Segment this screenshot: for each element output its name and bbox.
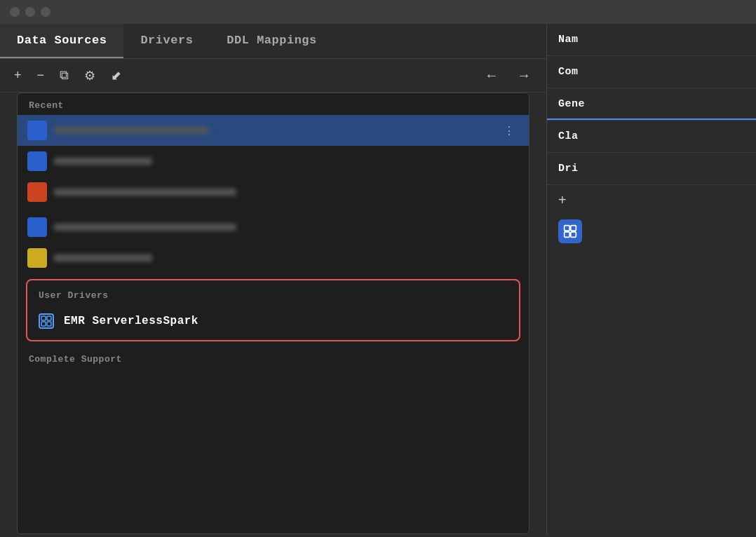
close-btn[interactable] [10,7,20,17]
svg-rect-1 [41,316,46,320]
right-icon-box[interactable] [558,219,582,243]
item-icon [27,121,47,140]
maximize-btn[interactable] [41,7,50,17]
right-icon-container [547,215,756,247]
item-content [54,158,492,165]
right-actions: + [547,185,756,215]
recent-items: ⋮ ⋮ ⋮ [18,115,529,273]
list-item[interactable]: ⋮ [18,243,529,273]
item-content [54,224,492,231]
item-content [54,254,492,261]
svg-rect-8 [571,232,576,238]
back-button[interactable]: ← [480,66,503,85]
add-button[interactable]: + [11,67,25,84]
item-icon [27,151,47,171]
item-name-blurred [54,158,152,165]
window-controls [0,0,756,24]
svg-rect-6 [571,226,576,231]
remove-button[interactable]: − [34,67,48,84]
complete-support-label: Complete Support [18,347,529,370]
svg-rect-2 [47,316,51,320]
list-item[interactable]: ⋮ [18,177,529,208]
right-driver-row: Dri [547,153,756,185]
toolbar: + − ⧉ ⚙ ⬋ ← → [0,59,546,93]
right-panel: Nam Com Gene Cla Dri + [547,24,756,534]
forward-button[interactable]: → [513,66,535,85]
emr-serverless-spark-item[interactable]: EMR ServerlessSpark [27,305,519,337]
item-menu-button[interactable]: ⋮ [499,123,519,139]
item-name-blurred [54,189,236,196]
item-icon [27,182,47,202]
item-content [54,127,492,134]
svg-rect-4 [47,322,51,326]
right-class-row: Cla [547,121,756,153]
tab-ddl-mappings[interactable]: DDL Mappings [210,24,333,58]
list-item[interactable]: ⋮ [18,115,529,146]
emr-driver-name: EMR ServerlessSpark [64,315,198,327]
item-name-blurred [54,224,236,231]
list-item[interactable]: ⋮ [18,212,529,243]
datasource-list-panel: Recent ⋮ ⋮ [17,93,529,534]
recent-section-label: Recent [18,93,529,115]
item-content [54,189,492,196]
svg-rect-7 [565,232,570,238]
main-layout: Data Sources Drivers DDL Mappings + − ⧉ … [0,24,756,534]
item-icon [27,248,47,268]
right-general-row[interactable]: Gene [547,88,756,121]
user-drivers-section: User Drivers EMR ServerlessSpark [26,279,520,341]
svg-rect-5 [565,226,570,231]
tab-bar: Data Sources Drivers DDL Mappings [0,24,546,59]
minimize-btn[interactable] [25,7,35,17]
copy-button[interactable]: ⧉ [57,67,72,84]
item-name-blurred [54,127,208,134]
svg-rect-3 [41,322,46,326]
item-name-blurred [54,254,152,261]
left-panel: Data Sources Drivers DDL Mappings + − ⧉ … [0,24,547,534]
user-drivers-label: User Drivers [27,283,519,305]
tab-drivers[interactable]: Drivers [123,24,210,58]
emr-icon [37,312,55,330]
item-icon [27,217,47,237]
right-add-button[interactable]: + [558,192,567,208]
tab-data-sources[interactable]: Data Sources [0,24,123,58]
right-complete-row: Com [547,56,756,88]
list-item[interactable]: ⋮ [18,146,529,177]
import-button[interactable]: ⬋ [108,67,124,85]
settings-button[interactable]: ⚙ [81,67,98,85]
right-name-row: Nam [547,24,756,56]
